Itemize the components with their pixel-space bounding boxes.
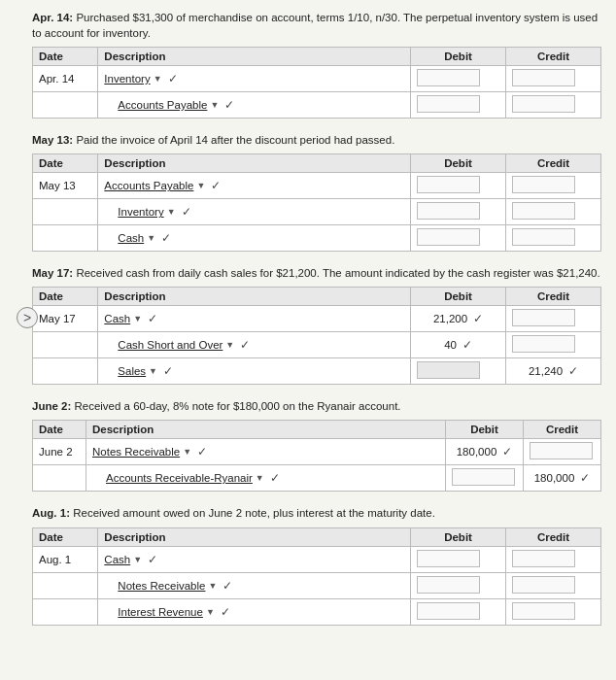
credit-input[interactable] (512, 95, 575, 113)
desc-label: Notes Receivable (92, 446, 180, 458)
credit-input[interactable] (512, 550, 575, 567)
check-icon: ✓ (211, 179, 221, 192)
desc-dropdown-cell: Notes Receivable ▼ ✓ (118, 579, 404, 593)
debit-input[interactable] (417, 228, 480, 246)
cell-debit[interactable] (411, 572, 506, 598)
desc-label: Inventory (118, 206, 163, 218)
cell-date: Apr. 14 (33, 66, 98, 92)
desc-dropdown-cell: Cash ▼ ✓ (104, 553, 404, 566)
cell-credit[interactable] (506, 306, 601, 332)
dropdown-arrow-icon[interactable]: ▼ (147, 233, 155, 243)
desc-label: Inventory (104, 73, 150, 85)
desc-dropdown-cell: Cash ▼ ✓ (118, 231, 404, 245)
cell-desc: Cash ▼ ✓ (98, 306, 411, 332)
debit-input-filled[interactable] (417, 361, 480, 379)
dropdown-arrow-icon[interactable]: ▼ (208, 581, 217, 591)
table-row: Aug. 1 Cash ▼ ✓ (33, 546, 601, 572)
th-debit-june2: Debit (446, 421, 524, 439)
cell-debit[interactable] (411, 358, 506, 385)
desc-label: Accounts Receivable-Ryanair (106, 472, 253, 484)
cell-credit[interactable] (506, 199, 601, 225)
cell-desc: Accounts Receivable-Ryanair ▼ ✓ (86, 465, 446, 492)
dropdown-arrow-icon[interactable]: ▼ (149, 366, 157, 376)
cell-desc: Interest Revenue ▼ ✓ (98, 598, 411, 625)
debit-input[interactable] (417, 550, 480, 567)
credit-value: 180,000 (534, 472, 575, 484)
cell-debit[interactable] (411, 225, 506, 252)
debit-input[interactable] (417, 176, 480, 193)
cell-credit[interactable] (506, 598, 601, 625)
th-credit-may13: Credit (506, 154, 601, 173)
cell-desc: Inventory ▼ ✓ (98, 66, 411, 92)
credit-input[interactable] (512, 576, 575, 594)
desc-dropdown-cell: Notes Receivable ▼ ✓ (92, 445, 439, 459)
section-june2-text: June 2: Received a 60-day, 8% note for $… (32, 398, 601, 414)
cell-credit[interactable] (506, 92, 601, 119)
cell-credit[interactable] (506, 173, 601, 199)
credit-input[interactable] (512, 69, 575, 86)
cell-credit[interactable] (506, 546, 601, 572)
date-label: Apr. 14 (39, 73, 74, 85)
credit-input[interactable] (512, 309, 575, 326)
dropdown-arrow-icon[interactable]: ▼ (210, 100, 219, 110)
dropdown-arrow-icon[interactable]: ▼ (183, 447, 191, 457)
cell-debit[interactable] (411, 546, 506, 572)
cell-date: May 13 (33, 173, 98, 199)
check-icon: ✓ (148, 312, 157, 325)
credit-input[interactable] (512, 602, 575, 620)
cell-debit: 21,200 ✓ (411, 306, 506, 332)
date-label: May 13 (39, 180, 76, 191)
cell-credit[interactable] (506, 66, 601, 92)
credit-input[interactable] (530, 442, 593, 459)
dropdown-arrow-icon[interactable]: ▼ (167, 207, 176, 217)
dropdown-arrow-icon[interactable]: ▼ (133, 555, 142, 564)
cell-debit[interactable] (411, 92, 506, 119)
debit-input[interactable] (417, 202, 480, 220)
credit-input[interactable] (512, 335, 575, 353)
date-label: May 17 (39, 313, 76, 324)
debit-input[interactable] (417, 602, 480, 620)
cell-debit[interactable] (446, 465, 524, 492)
credit-input[interactable] (512, 202, 575, 220)
section-may13-body: Paid the invoice of April 14 after the d… (76, 134, 394, 146)
check-icon: ✓ (502, 445, 512, 459)
cell-credit[interactable] (506, 332, 601, 358)
section-apr14-label: Apr. 14: (32, 12, 73, 23)
cell-date (33, 332, 98, 358)
credit-input[interactable] (512, 228, 575, 246)
section-apr14: Apr. 14: Purchased $31,300 of merchandis… (32, 10, 601, 119)
debit-input[interactable] (417, 576, 480, 594)
cell-debit[interactable] (411, 173, 506, 199)
dropdown-arrow-icon[interactable]: ▼ (206, 607, 215, 617)
cell-desc: Notes Receivable ▼ ✓ (86, 439, 446, 465)
cell-debit[interactable] (411, 598, 506, 625)
table-row: May 13 Accounts Payable ▼ ✓ (33, 173, 601, 199)
check-icon: ✓ (221, 605, 230, 619)
debit-input[interactable] (417, 69, 480, 86)
cell-debit[interactable] (411, 66, 506, 92)
nav-arrow[interactable]: > (17, 307, 38, 328)
dropdown-arrow-icon[interactable]: ▼ (133, 314, 142, 323)
cell-debit[interactable] (411, 199, 506, 225)
credit-input[interactable] (512, 176, 575, 193)
section-aug1-text: Aug. 1: Received amount owed on June 2 n… (32, 505, 601, 521)
th-desc-june2: Description (86, 421, 446, 439)
cell-credit[interactable] (524, 439, 601, 465)
cell-desc: Accounts Payable ▼ ✓ (98, 173, 411, 199)
th-desc-aug1: Description (98, 527, 411, 546)
dropdown-arrow-icon[interactable]: ▼ (196, 181, 205, 190)
debit-input[interactable] (452, 468, 515, 486)
cell-credit[interactable] (506, 225, 601, 252)
check-icon: ✓ (580, 471, 590, 485)
desc-label: Cash Short and Over (118, 339, 222, 351)
debit-input[interactable] (417, 95, 480, 113)
section-may13: May 13: Paid the invoice of April 14 aft… (32, 132, 601, 252)
cell-credit[interactable] (506, 572, 601, 598)
dropdown-arrow-icon[interactable]: ▼ (225, 340, 234, 350)
dropdown-arrow-icon[interactable]: ▼ (154, 74, 162, 84)
dropdown-arrow-icon[interactable]: ▼ (256, 473, 264, 483)
desc-label: Cash (118, 232, 144, 244)
check-icon: ✓ (240, 338, 250, 352)
cell-date (33, 225, 98, 252)
debit-value-display: 40 ✓ (417, 338, 499, 352)
